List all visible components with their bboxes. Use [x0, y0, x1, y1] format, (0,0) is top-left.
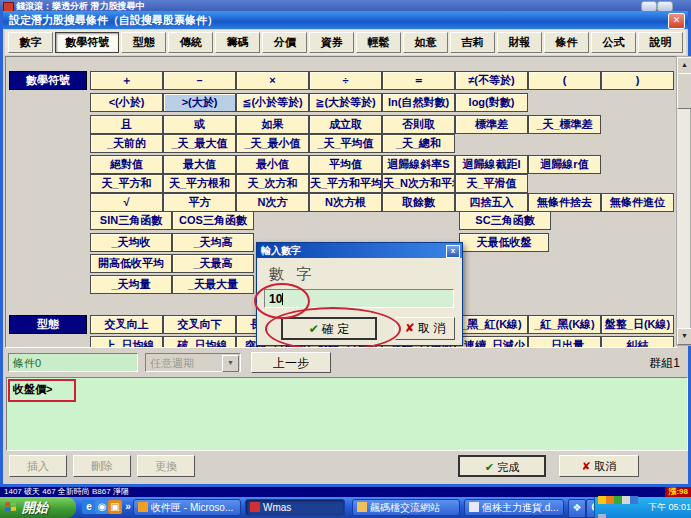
- math-button[interactable]: 天_平方和: [90, 174, 163, 193]
- math-button[interactable]: 如果: [236, 115, 309, 134]
- tab-分價[interactable]: 分價: [262, 32, 307, 53]
- math-button[interactable]: _天均高: [172, 233, 254, 252]
- math-button[interactable]: 否則取: [382, 115, 455, 134]
- math-button[interactable]: √: [90, 193, 163, 212]
- taskbar-task[interactable]: Wmas: [245, 499, 345, 516]
- math-button[interactable]: _天均量: [90, 275, 172, 294]
- math-button[interactable]: _天前的: [90, 134, 163, 153]
- replace-button[interactable]: 更換: [137, 455, 195, 477]
- quick-launch-icon[interactable]: ◉: [95, 500, 109, 514]
- close-icon[interactable]: ✕: [668, 13, 685, 29]
- taskbar-task[interactable]: 收件匣 - Microso...: [133, 499, 241, 516]
- tab-吉莉[interactable]: 吉莉: [450, 32, 495, 53]
- math-button[interactable]: ≦(小於等於): [236, 93, 309, 112]
- math-button[interactable]: ≧(大於等於): [309, 93, 382, 112]
- delete-button[interactable]: 刪除: [73, 455, 131, 477]
- tab-輕鬆[interactable]: 輕鬆: [356, 32, 401, 53]
- math-button[interactable]: 無條件進位: [601, 193, 674, 212]
- math-button[interactable]: _天_平均值: [309, 134, 382, 153]
- math-button[interactable]: 迴歸線斜率S: [382, 155, 455, 174]
- math-button[interactable]: ≠(不等於): [455, 71, 528, 90]
- math-button[interactable]: ÷: [309, 71, 382, 90]
- pattern-button[interactable]: 糾結: [601, 336, 674, 348]
- tray-icon[interactable]: [606, 496, 614, 504]
- start-button[interactable]: 開始: [0, 497, 76, 518]
- math-button[interactable]: N次方根: [309, 193, 382, 212]
- math-button[interactable]: _天_最小值: [236, 134, 309, 153]
- math-button[interactable]: 標準差: [455, 115, 528, 134]
- taskbar-task[interactable]: 飆碼檔交流網站: [352, 499, 460, 516]
- tab-傳統[interactable]: 傳統: [168, 32, 213, 53]
- math-button[interactable]: _天最大量: [172, 275, 254, 294]
- math-button[interactable]: －: [163, 71, 236, 90]
- tab-資券[interactable]: 資券: [309, 32, 354, 53]
- pattern-button[interactable]: 交叉向上: [90, 315, 163, 334]
- math-button[interactable]: _天_最大值: [163, 134, 236, 153]
- math-button[interactable]: 平方: [163, 193, 236, 212]
- math-button[interactable]: SC三角函數: [459, 211, 551, 230]
- math-button[interactable]: 無條件捨去: [528, 193, 601, 212]
- grid-scrollbar[interactable]: ▲ ▼: [676, 56, 691, 346]
- cancel-button[interactable]: ✘ 取 消: [395, 317, 455, 340]
- tab-籌碼[interactable]: 籌碼: [215, 32, 260, 53]
- math-button[interactable]: ×: [236, 71, 309, 90]
- math-button[interactable]: log(對數): [455, 93, 528, 112]
- tab-數字[interactable]: 數字: [8, 32, 53, 53]
- math-button[interactable]: (: [528, 71, 601, 90]
- tab-數學符號[interactable]: 數學符號: [55, 32, 119, 53]
- math-button[interactable]: 絕對值: [90, 155, 163, 174]
- math-button[interactable]: ＝: [382, 71, 455, 90]
- math-button[interactable]: N次方: [236, 193, 309, 212]
- tray-icon[interactable]: [622, 496, 630, 504]
- tray-icon[interactable]: [614, 496, 622, 504]
- math-button[interactable]: 迴歸線r值: [528, 155, 601, 174]
- math-button[interactable]: _天均收: [90, 233, 172, 252]
- pattern-button[interactable]: _日出量: [528, 336, 601, 348]
- math-button[interactable]: ＋: [90, 71, 163, 90]
- tab-公式[interactable]: 公式: [591, 32, 636, 53]
- math-button[interactable]: 且: [90, 115, 163, 134]
- tab-財報[interactable]: 財報: [497, 32, 542, 53]
- math-button[interactable]: 天_平方根和: [163, 174, 236, 193]
- math-button[interactable]: <(小於): [90, 93, 163, 112]
- tab-條件[interactable]: 條件: [544, 32, 589, 53]
- period-dropdown[interactable]: 任意週期 ▼: [145, 353, 241, 372]
- expression-area[interactable]: 收盤價>: [6, 377, 688, 451]
- chevron-down-icon[interactable]: ▼: [222, 355, 239, 372]
- tray-icon[interactable]: [630, 496, 638, 504]
- quick-launch-icon[interactable]: e: [82, 500, 96, 514]
- pattern-button[interactable]: 盤整_日(K線): [601, 315, 674, 334]
- math-button[interactable]: 成立取: [309, 115, 382, 134]
- math-button[interactable]: 天_N次方和平均: [382, 174, 455, 193]
- math-button[interactable]: 取餘數: [382, 193, 455, 212]
- math-button[interactable]: 或: [163, 115, 236, 134]
- math-button[interactable]: 開高低收平均: [90, 254, 172, 273]
- math-button[interactable]: 天最低收盤: [459, 233, 549, 252]
- bottom-cancel-button[interactable]: ✘ 取消: [559, 455, 639, 477]
- pattern-button[interactable]: _破_日均線: [163, 336, 236, 348]
- math-button[interactable]: 天_平滑值: [455, 174, 528, 193]
- back-button[interactable]: 上一步: [251, 352, 331, 373]
- tab-說明[interactable]: 說明: [638, 32, 683, 53]
- scroll-up-icon[interactable]: ▲: [677, 57, 691, 74]
- math-button[interactable]: SIN三角函數: [90, 211, 172, 230]
- pattern-button[interactable]: _紅_黑(K線): [528, 315, 601, 334]
- tab-如意[interactable]: 如意: [403, 32, 448, 53]
- pattern-button[interactable]: 交叉向下: [163, 315, 236, 334]
- math-button[interactable]: 迴歸線截距I: [455, 155, 528, 174]
- math-button[interactable]: >(大於): [163, 93, 236, 112]
- taskbar-task[interactable]: 個株主力進貨.d...: [464, 499, 564, 516]
- math-button[interactable]: ): [601, 71, 674, 90]
- math-button[interactable]: 天_平方和平均: [309, 174, 382, 193]
- insert-button[interactable]: 插入: [9, 455, 67, 477]
- math-button[interactable]: 平均值: [309, 155, 382, 174]
- taskbar-mini-button[interactable]: ❖: [568, 499, 586, 518]
- quick-launch-icon[interactable]: ▣: [108, 500, 122, 514]
- math-button[interactable]: _天_標準差: [528, 115, 601, 134]
- math-button[interactable]: ln(自然對數): [382, 93, 455, 112]
- dialog-close-icon[interactable]: x: [446, 245, 460, 258]
- condition-name-field[interactable]: 條件0: [8, 353, 138, 372]
- math-button[interactable]: 最小值: [236, 155, 309, 174]
- pattern-button[interactable]: _連續_日減少: [455, 336, 528, 348]
- pattern-button[interactable]: _上_日均線: [90, 336, 163, 348]
